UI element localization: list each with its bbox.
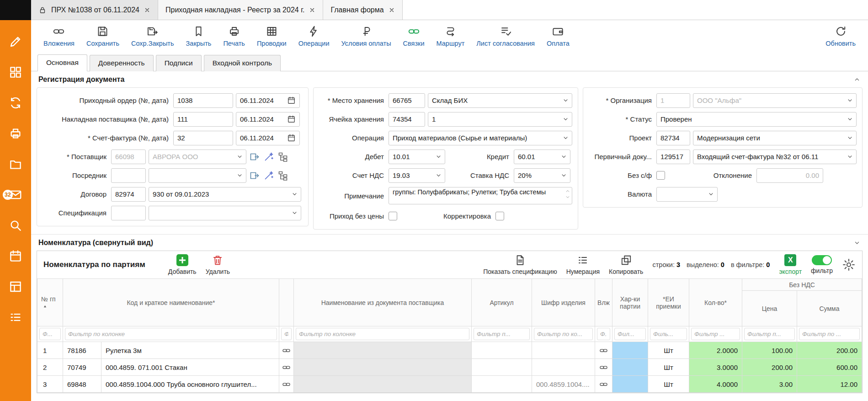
intermediary-hierarchy-button[interactable] [277,169,289,182]
cell-price[interactable]: 100.00 [742,342,797,359]
cell-cipher[interactable]: 000.4859.1004.... [532,376,595,393]
sidebar-item-modules[interactable] [9,65,22,79]
invoice-number-input[interactable] [173,131,233,145]
credit-select[interactable]: 60.01 [514,150,570,164]
copy-button[interactable]: Копировать [609,254,643,275]
close-icon[interactable] [309,7,315,13]
vat-account-select[interactable]: 19.03 [389,168,445,183]
supplier-wizard-button[interactable] [262,150,275,163]
storage-cell-select[interactable]: 1 [428,112,572,127]
close-icon[interactable] [389,7,395,13]
cell-num[interactable]: 2 [37,359,63,376]
cell-supplier-name[interactable] [294,376,472,393]
close-doc-button[interactable]: Закрыть [180,23,218,49]
contract-code-input[interactable] [111,187,146,202]
filter-input-num[interactable] [39,328,61,340]
links-button[interactable]: Связки [397,23,431,49]
intermediary-select[interactable] [149,168,246,183]
numbering-button[interactable]: Нумерация [566,254,600,275]
cell-batch-props[interactable] [612,359,648,376]
intermediary-wizard-button[interactable] [262,169,275,182]
cell-attach[interactable] [595,359,612,376]
calendar-icon[interactable] [287,115,296,123]
filter-input-price[interactable] [744,328,795,340]
organization-select[interactable]: ООО "Альфа" [693,93,857,108]
storage-cell-code-input[interactable] [389,112,425,127]
sidebar-item-files[interactable] [9,157,22,171]
storage-code-input[interactable] [389,93,425,108]
postings-button[interactable]: Проводки [251,23,293,49]
payment-button[interactable]: Оплата [541,23,575,49]
filter-input-code-name[interactable] [65,328,277,340]
operation-select[interactable]: Приход материалов (Сырье и материалы) [389,131,572,145]
cell-num[interactable]: 3 [37,376,63,393]
cell-code[interactable]: 69848 [63,376,101,393]
supplier-invoice-number-input[interactable] [173,112,233,127]
cell-price[interactable]: 3.00 [742,376,797,393]
cell-cipher[interactable] [532,342,595,359]
cell-link[interactable] [279,342,294,359]
doc-tab-main[interactable]: Основная [37,54,87,71]
calendar-icon[interactable] [287,96,296,105]
cell-supplier-name[interactable] [294,342,472,359]
supplier-select[interactable]: АВРОРА ООО [149,150,246,164]
sidebar-item-search[interactable] [9,219,22,232]
no-invoice-checkbox[interactable] [656,171,665,180]
filter-input-attach[interactable] [597,328,610,340]
cell-code[interactable]: 78186 [63,342,101,359]
approval-sheet-button[interactable]: Лист согласования [470,23,541,49]
cell-name[interactable]: 000.4859. 071.001 Стакан [101,359,279,376]
cell-unit[interactable]: Шт [648,342,689,359]
delete-row-button[interactable]: Удалить [206,254,230,275]
supplier-invoice-date-input[interactable]: 06.11.2024 [236,112,300,127]
intermediary-open-card-button[interactable] [248,169,261,182]
supplier-code-input[interactable] [111,150,146,164]
doc-tab-signatures[interactable]: Подписи [156,55,202,71]
calendar-icon[interactable] [287,134,296,142]
cell-sum[interactable]: 12.00 [797,376,862,393]
sidebar-item-tables[interactable] [9,280,22,294]
project-code-input[interactable] [656,131,690,145]
cell-article[interactable] [472,342,532,359]
cell-sum[interactable]: 600.00 [797,359,862,376]
cell-code[interactable]: 70749 [63,359,101,376]
cell-article[interactable] [472,359,532,376]
supplier-hierarchy-button[interactable] [277,150,289,163]
invoice-date-input[interactable]: 06.11.2024 [236,131,300,145]
order-number-input[interactable] [173,93,233,108]
correction-checkbox[interactable] [495,212,504,220]
sidebar-item-calendar[interactable] [9,249,22,263]
attachments-button[interactable]: Вложения [37,23,80,49]
filter-input-batch-props[interactable] [614,328,646,340]
window-tab-main-form[interactable]: Главная форма [323,0,402,20]
operations-button[interactable]: Операции [293,23,335,49]
sidebar-item-print[interactable] [9,127,22,140]
route-button[interactable]: Маршрут [431,23,471,49]
add-row-button[interactable]: Добавить [168,254,197,275]
status-select[interactable]: Проверен [656,112,857,127]
note-textarea[interactable]: группы: Полуфабрикаты; Рулетки; Труба си… [389,187,572,204]
sidebar-item-edit[interactable] [9,35,22,48]
contract-select[interactable]: 930 от 09.01.2023 [149,187,301,202]
note-scroll-arrows[interactable] [565,188,570,200]
refresh-button[interactable]: Обновить [820,23,862,49]
sidebar-item-menu[interactable] [9,310,22,324]
filter-input-supplier-name[interactable] [296,328,469,340]
primary-doc-select[interactable]: Входящий счет-фактура №32 от 06.11 [693,150,857,164]
cell-attach[interactable] [595,342,612,359]
save-close-button[interactable]: Сохр.Закрыть [125,23,180,49]
cell-link[interactable] [279,376,294,393]
close-icon[interactable] [144,7,150,13]
window-tab-document[interactable]: ПРХ №1038 от 06.11.2024 [31,0,158,20]
filter-input-unit[interactable] [650,328,687,340]
print-button[interactable]: Печать [217,23,251,49]
specification-code-input[interactable] [111,206,146,220]
filter-input-qty[interactable] [691,328,740,340]
cell-article[interactable] [472,376,532,393]
toggle-on-icon[interactable] [812,255,832,265]
vat-rate-select[interactable]: 20% [514,168,570,183]
show-specification-button[interactable]: Показать спецификацию [483,254,557,275]
sidebar-item-sync[interactable] [9,96,22,110]
window-tab-register[interactable]: Приходная накладная - Реестр за 2024 г. [158,0,323,20]
no-price-checkbox[interactable] [389,212,397,220]
